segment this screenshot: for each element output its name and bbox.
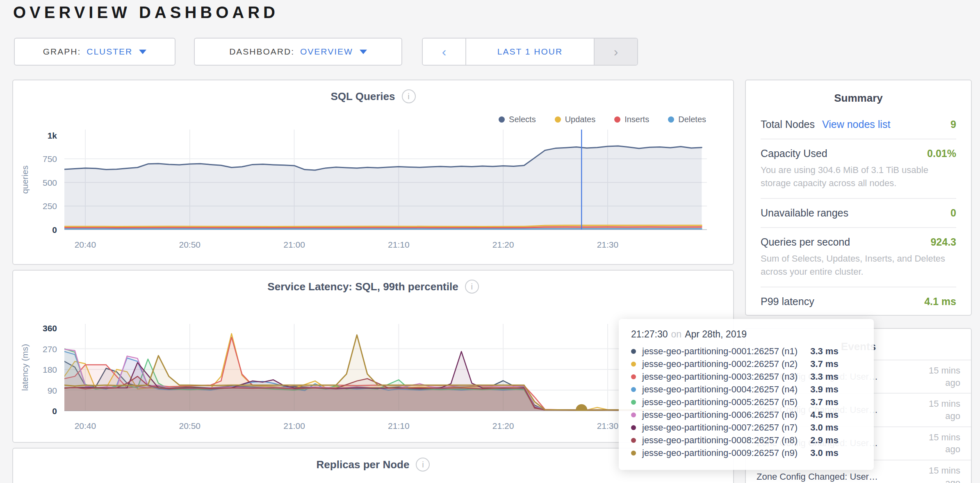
sql-queries-chart-title: SQL Queries [330,90,395,103]
time-prev-button[interactable]: ‹ [423,39,466,65]
summary-label: Unavailable ranges [761,207,848,219]
svg-text:0: 0 [52,406,57,416]
tooltip-row: jesse-geo-partitioning-0007:26257 (n7)3.… [631,421,861,434]
series-dot-icon [631,374,636,379]
info-icon[interactable]: i [402,89,416,103]
series-dot-icon [631,362,636,367]
svg-text:21:10: 21:10 [388,421,410,431]
svg-text:90: 90 [48,386,57,395]
tooltip-timestamp: 21:27:30onApr 28th, 2019 [631,329,861,340]
summary-value: 924.3 [930,236,956,248]
series-dot-icon [631,425,636,430]
svg-text:20:40: 20:40 [75,421,96,431]
tooltip-node-value: 3.0 ms [810,422,839,433]
svg-text:21:30: 21:30 [597,421,619,431]
tooltip-row: jesse-geo-partitioning-0005:26257 (n5)3.… [631,396,861,408]
tooltip-node-name: jesse-geo-partitioning-0008:26257 (n8) [642,435,798,446]
svg-text:21:10: 21:10 [388,240,410,249]
svg-text:20:50: 20:50 [179,240,201,249]
summary-row-capacity-used: Capacity Used 0.01% You are using 304.6 … [761,139,956,199]
tooltip-node-name: jesse-geo-partitioning-0009:26257 (n9) [642,448,798,458]
summary-description: You are using 304.6 MiB of 3.1 TiB usabl… [761,164,956,190]
event-timestamp: 15 mins ago [914,398,960,422]
event-text: Zone Config Changed: User… [757,472,914,482]
replicas-chart-title: Replicas per Node [317,458,410,471]
chevron-down-icon [139,50,146,54]
tooltip-row: jesse-geo-partitioning-0004:26257 (n4)3.… [631,383,861,396]
sql-queries-chart[interactable]: 20:4020:5021:0021:1021:2021:300250500750… [13,120,733,259]
svg-text:21:30: 21:30 [597,240,619,249]
tooltip-node-name: jesse-geo-partitioning-0004:26257 (n4) [642,384,798,395]
summary-title: Summary [746,92,971,105]
tooltip-node-name: jesse-geo-partitioning-0007:26257 (n7) [642,422,798,433]
tooltip-node-value: 3.7 ms [810,397,839,408]
graph-dropdown-label: GRAPH: [43,47,81,57]
series-dot-icon [631,387,636,392]
chevron-down-icon [360,50,367,54]
tooltip-node-name: jesse-geo-partitioning-0002:26257 (n2) [642,359,798,369]
summary-value: 4.1 ms [924,296,956,308]
tooltip-node-value: 3.0 ms [810,448,839,458]
page-title: OVERVIEW DASHBOARD [13,3,279,22]
info-icon[interactable]: i [465,280,479,294]
view-nodes-list-link[interactable]: View nodes list [822,118,890,130]
time-window-label[interactable]: LAST 1 HOUR [466,39,594,65]
tooltip-node-value: 3.3 ms [810,371,839,382]
summary-panel: Summary Total Nodes View nodes list 9 Ca… [745,80,972,316]
series-dot-icon [631,438,636,443]
svg-text:20:50: 20:50 [179,421,201,431]
event-timestamp: 15 mins ago [914,365,960,389]
summary-value: 0.01% [927,148,956,159]
svg-text:21:00: 21:00 [283,421,305,431]
svg-text:0: 0 [52,225,57,235]
tooltip-node-name: jesse-geo-partitioning-0006:26257 (n6) [642,410,798,420]
time-next-button[interactable]: › [594,39,637,65]
dashboard-dropdown-label: DASHBOARD: [229,47,294,57]
dashboard-dropdown[interactable]: DASHBOARD: OVERVIEW [194,38,402,66]
summary-label: P99 latency [761,296,814,308]
event-timestamp: 15 mins ago [914,431,960,456]
svg-text:500: 500 [43,178,57,187]
service-latency-chart-title: Service Latency: SQL, 99th percentile [267,280,458,293]
summary-row-total-nodes: Total Nodes View nodes list 9 [761,110,956,139]
event-timestamp: 15 mins ago [914,465,960,483]
tooltip-node-rows: jesse-geo-partitioning-0001:26257 (n1)3.… [631,345,861,459]
graph-dropdown[interactable]: GRAPH: CLUSTER [14,38,175,66]
tooltip-node-value: 3.9 ms [810,384,839,395]
series-dot-icon [631,451,636,456]
summary-label: Capacity Used [761,148,827,159]
time-window-selector: ‹ LAST 1 HOUR › [422,38,638,66]
svg-text:latency (ms): latency (ms) [20,344,30,391]
series-dot-icon [631,400,636,405]
graph-dropdown-value: CLUSTER [87,47,132,57]
tooltip-date: Apr 28th, 2019 [685,329,747,339]
summary-row-unavailable-ranges: Unavailable ranges 0 [761,199,956,228]
summary-label: Queries per second [761,236,850,248]
svg-text:21:20: 21:20 [492,240,514,249]
tooltip-row: jesse-geo-partitioning-0001:26257 (n1)3.… [631,345,861,358]
summary-value: 0 [950,207,956,219]
summary-row-queries-per-second: Queries per second 924.3 Sum of Selects,… [761,228,956,287]
tooltip-node-value: 3.3 ms [810,346,839,357]
tooltip-node-name: jesse-geo-partitioning-0003:26257 (n3) [642,371,798,382]
svg-text:270: 270 [43,344,57,354]
tooltip-node-value: 2.9 ms [810,435,839,446]
tooltip-row: jesse-geo-partitioning-0009:26257 (n9)3.… [631,447,861,459]
svg-text:20:40: 20:40 [75,240,96,249]
svg-text:250: 250 [43,201,57,211]
info-icon[interactable]: i [416,458,430,472]
summary-value: 9 [950,118,956,130]
summary-label: Total Nodes [761,118,815,130]
tooltip-node-name: jesse-geo-partitioning-0001:26257 (n1) [642,346,798,357]
tooltip-on: on [671,329,682,339]
tooltip-row: jesse-geo-partitioning-0008:26257 (n8)2.… [631,434,861,447]
hover-dot [576,404,587,416]
svg-text:180: 180 [43,365,57,374]
svg-text:1k: 1k [48,131,57,140]
tooltip-time: 21:27:30 [631,329,668,339]
dashboard-dropdown-value: OVERVIEW [300,47,353,57]
tooltip-row: jesse-geo-partitioning-0002:26257 (n2)3.… [631,358,861,370]
summary-row-p99-latency: P99 latency 4.1 ms [761,287,956,316]
series-dot-icon [631,349,636,354]
tooltip-row: jesse-geo-partitioning-0006:26257 (n6)4.… [631,408,861,421]
